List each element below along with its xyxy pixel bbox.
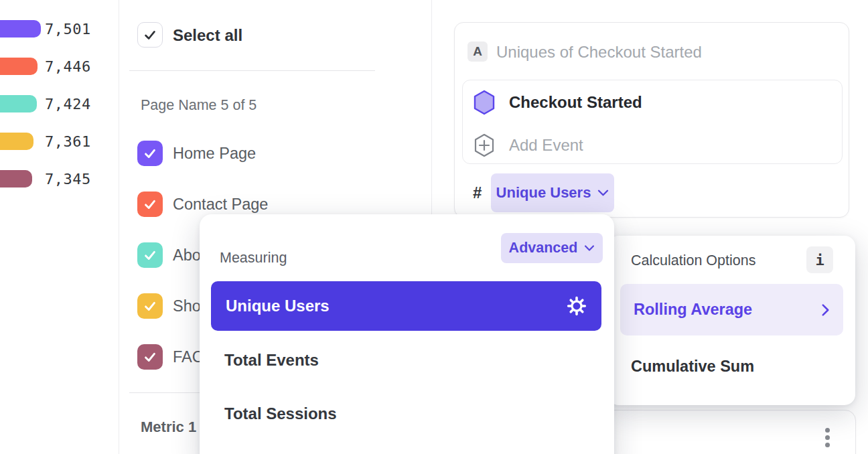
panel-divider-left [119,0,119,454]
chevron-down-icon [584,244,595,252]
event-block: Checkout Started Add Event [462,80,843,164]
legend-bar-swatch [0,133,33,150]
checkbox-home-page[interactable] [137,141,163,166]
info-icon[interactable]: i [806,246,833,273]
checkmark-icon [143,248,157,262]
legend-value: 7,501 [45,20,91,37]
checkmark-icon [143,197,157,212]
series-a-badge: A [467,42,488,62]
menu-item-total-events[interactable]: Total Events [224,351,319,370]
filter-item-label: Contact Page [173,196,268,214]
checkbox-faq-page[interactable] [137,344,163,370]
calculation-options-title: Calculation Options [631,252,755,269]
filter-item-label: FAC [173,348,204,366]
select-all-checkbox[interactable] [137,22,163,48]
menu-item-label: Unique Users [226,297,330,315]
event-name[interactable]: Checkout Started [509,93,642,112]
filter-item-label: Sho [173,297,201,315]
metric-label: Metric 1 [141,419,196,436]
checkbox-about-page[interactable] [137,242,163,268]
add-event-button[interactable]: Add Event [509,136,583,155]
add-event-hexagon-icon[interactable] [473,133,496,158]
menu-item-unique-users-selected[interactable]: Unique Users [211,281,601,331]
legend-value: 7,446 [45,58,91,75]
chevron-right-icon [821,303,830,317]
menu-item-total-sessions[interactable]: Total Sessions [224,404,337,423]
filter-item-label: Home Page [173,145,256,163]
legend-bar-swatch [0,95,37,112]
analytics-app: 7,501 7,446 7,424 7,361 7,345 Select all [0,0,868,454]
select-all-label: Select all [173,26,242,45]
measurement-dropdown-value: Unique Users [496,184,591,202]
measured-as-hash-label: # [473,183,482,202]
query-name-input[interactable]: Uniques of Checkout Started [496,43,702,62]
measuring-popup: Measuring Advanced Unique Users [200,214,614,454]
legend-bar-swatch [0,20,41,37]
legend-bar-swatch [0,58,38,75]
menu-item-rolling-average[interactable]: Rolling Average [620,284,843,335]
kebab-menu-icon[interactable] [825,428,830,447]
menu-item-label: Rolling Average [634,301,752,319]
info-glyph: i [815,252,824,269]
legend-bar-swatch [0,170,32,187]
measuring-mode-value: Advanced [509,240,578,256]
checkmark-icon [143,350,157,364]
measurement-dropdown[interactable]: Unique Users [491,173,614,212]
gear-icon[interactable] [567,296,587,316]
chevron-down-icon [597,189,609,197]
measuring-mode-dropdown[interactable]: Advanced [501,233,603,263]
divider [129,70,375,71]
filter-item-label: Abo [173,246,201,264]
checkmark-icon [143,146,157,161]
checkbox-contact-page[interactable] [137,192,163,217]
checkbox-shop-page[interactable] [137,293,163,319]
checkmark-icon [143,27,157,42]
measuring-title: Measuring [220,250,287,267]
query-builder-card: A Uniques of Checkout Started Checkout S… [454,22,849,218]
checkmark-icon [143,299,157,313]
group-by-label: Page Name 5 of 5 [141,97,257,114]
legend-value: 7,345 [45,170,91,187]
menu-item-cumulative-sum[interactable]: Cumulative Sum [631,358,754,376]
legend-value: 7,424 [45,95,91,112]
event-hexagon-icon [473,90,496,115]
calculation-options-popup: Calculation Options i Rolling Average Cu… [608,236,855,405]
legend-value: 7,361 [45,133,91,150]
